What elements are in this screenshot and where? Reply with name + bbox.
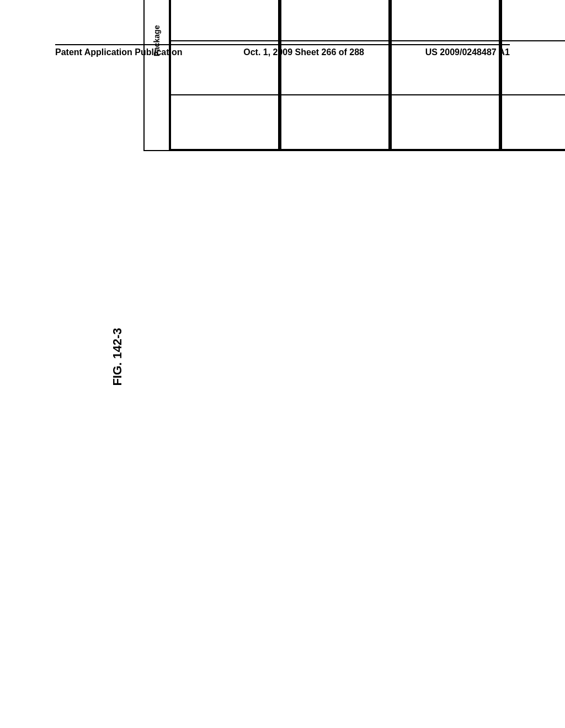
table-row: IntervalBound-aryTypeCode 142052 1 14205…: [390, 0, 500, 151]
data-table: Package level1 level2 level3 level4 Card…: [143, 0, 565, 151]
cell-package: [500, 0, 565, 151]
col-package: Package: [144, 0, 169, 151]
table-row: InclusionEx-clusionCode 142046 1 142048 …: [280, 0, 390, 151]
cell-package: [280, 0, 390, 151]
figure-label: FIG. 142-3: [110, 328, 125, 386]
cell-package: [390, 0, 500, 151]
table-header-row: Package level1 level2 level3 level4 Card…: [144, 0, 169, 151]
table-row: LowerBound-aryService-PartPlanning-Pro-d…: [500, 0, 565, 151]
table-row: Selection-ByService-PartPlanning-Pro-duc…: [169, 0, 280, 151]
cell-package: [169, 0, 280, 151]
